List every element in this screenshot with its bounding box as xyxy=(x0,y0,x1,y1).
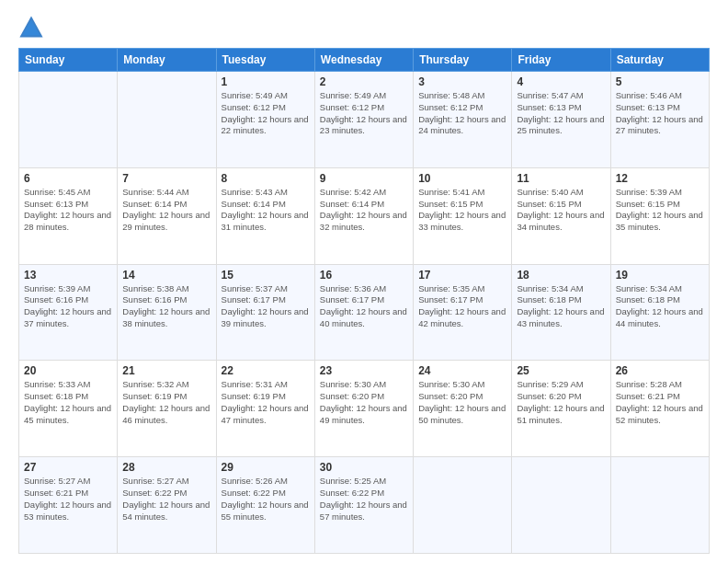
calendar-cell xyxy=(610,457,709,554)
day-info: Sunrise: 5:42 AM Sunset: 6:14 PM Dayligh… xyxy=(320,187,408,234)
day-number: 24 xyxy=(418,364,506,377)
day-number: 30 xyxy=(320,461,408,474)
day-info: Sunrise: 5:49 AM Sunset: 6:12 PM Dayligh… xyxy=(222,90,310,137)
day-number: 8 xyxy=(222,172,310,185)
day-info: Sunrise: 5:48 AM Sunset: 6:12 PM Dayligh… xyxy=(418,90,506,137)
day-number: 3 xyxy=(418,75,506,88)
day-info: Sunrise: 5:28 AM Sunset: 6:21 PM Dayligh… xyxy=(616,379,704,426)
day-number: 28 xyxy=(122,461,210,474)
calendar-cell: 18Sunrise: 5:34 AM Sunset: 6:18 PM Dayli… xyxy=(512,264,610,361)
day-number: 17 xyxy=(418,269,506,282)
calendar-cell: 19Sunrise: 5:34 AM Sunset: 6:18 PM Dayli… xyxy=(610,264,709,361)
calendar-cell: 25Sunrise: 5:29 AM Sunset: 6:20 PM Dayli… xyxy=(512,361,610,457)
day-info: Sunrise: 5:39 AM Sunset: 6:15 PM Dayligh… xyxy=(616,187,704,234)
calendar-cell: 2Sunrise: 5:49 AM Sunset: 6:12 PM Daylig… xyxy=(314,72,413,168)
calendar-cell xyxy=(118,72,216,168)
day-number: 10 xyxy=(418,172,506,185)
calendar-cell: 30Sunrise: 5:25 AM Sunset: 6:22 PM Dayli… xyxy=(314,457,413,554)
day-of-week-header: Saturday xyxy=(610,49,709,72)
calendar-cell: 14Sunrise: 5:38 AM Sunset: 6:16 PM Dayli… xyxy=(118,264,216,361)
calendar-cell xyxy=(414,457,512,554)
day-number: 7 xyxy=(122,172,210,185)
day-of-week-header: Thursday xyxy=(414,49,512,72)
calendar-cell: 20Sunrise: 5:33 AM Sunset: 6:18 PM Dayli… xyxy=(19,361,118,457)
calendar-cell: 23Sunrise: 5:30 AM Sunset: 6:20 PM Dayli… xyxy=(314,361,413,457)
page-header xyxy=(18,15,710,40)
day-info: Sunrise: 5:26 AM Sunset: 6:22 PM Dayligh… xyxy=(222,476,310,523)
day-info: Sunrise: 5:30 AM Sunset: 6:20 PM Dayligh… xyxy=(418,379,506,426)
day-number: 6 xyxy=(24,172,112,185)
calendar-cell: 4Sunrise: 5:47 AM Sunset: 6:13 PM Daylig… xyxy=(512,72,610,168)
day-info: Sunrise: 5:27 AM Sunset: 6:21 PM Dayligh… xyxy=(24,476,112,523)
day-number: 1 xyxy=(222,75,310,88)
day-of-week-header: Monday xyxy=(118,49,216,72)
calendar-cell: 29Sunrise: 5:26 AM Sunset: 6:22 PM Dayli… xyxy=(216,457,314,554)
day-number: 11 xyxy=(517,172,605,185)
day-info: Sunrise: 5:25 AM Sunset: 6:22 PM Dayligh… xyxy=(320,476,408,523)
day-info: Sunrise: 5:47 AM Sunset: 6:13 PM Dayligh… xyxy=(517,90,605,137)
day-info: Sunrise: 5:39 AM Sunset: 6:16 PM Dayligh… xyxy=(24,283,112,330)
day-info: Sunrise: 5:43 AM Sunset: 6:14 PM Dayligh… xyxy=(222,187,310,234)
day-info: Sunrise: 5:36 AM Sunset: 6:17 PM Dayligh… xyxy=(320,283,408,330)
calendar-cell xyxy=(19,72,118,168)
day-info: Sunrise: 5:29 AM Sunset: 6:20 PM Dayligh… xyxy=(517,379,605,426)
day-info: Sunrise: 5:49 AM Sunset: 6:12 PM Dayligh… xyxy=(320,90,408,137)
day-info: Sunrise: 5:40 AM Sunset: 6:15 PM Dayligh… xyxy=(517,187,605,234)
day-info: Sunrise: 5:46 AM Sunset: 6:13 PM Dayligh… xyxy=(616,90,704,137)
calendar-cell: 8Sunrise: 5:43 AM Sunset: 6:14 PM Daylig… xyxy=(216,167,314,264)
calendar-cell: 7Sunrise: 5:44 AM Sunset: 6:14 PM Daylig… xyxy=(118,167,216,264)
calendar-cell: 10Sunrise: 5:41 AM Sunset: 6:15 PM Dayli… xyxy=(414,167,512,264)
day-info: Sunrise: 5:33 AM Sunset: 6:18 PM Dayligh… xyxy=(24,379,112,426)
day-number: 12 xyxy=(616,172,704,185)
calendar-cell: 27Sunrise: 5:27 AM Sunset: 6:21 PM Dayli… xyxy=(19,457,118,554)
day-info: Sunrise: 5:32 AM Sunset: 6:19 PM Dayligh… xyxy=(122,379,210,426)
day-info: Sunrise: 5:38 AM Sunset: 6:16 PM Dayligh… xyxy=(122,283,210,330)
day-of-week-header: Wednesday xyxy=(314,49,413,72)
day-info: Sunrise: 5:35 AM Sunset: 6:17 PM Dayligh… xyxy=(418,283,506,330)
day-of-week-header: Sunday xyxy=(19,49,118,72)
calendar-cell: 16Sunrise: 5:36 AM Sunset: 6:17 PM Dayli… xyxy=(314,264,413,361)
calendar-cell: 13Sunrise: 5:39 AM Sunset: 6:16 PM Dayli… xyxy=(19,264,118,361)
calendar-cell: 1Sunrise: 5:49 AM Sunset: 6:12 PM Daylig… xyxy=(216,72,314,168)
day-number: 23 xyxy=(320,364,408,377)
day-info: Sunrise: 5:31 AM Sunset: 6:19 PM Dayligh… xyxy=(222,379,310,426)
day-info: Sunrise: 5:27 AM Sunset: 6:22 PM Dayligh… xyxy=(122,476,210,523)
calendar-cell: 17Sunrise: 5:35 AM Sunset: 6:17 PM Dayli… xyxy=(414,264,512,361)
day-number: 22 xyxy=(222,364,310,377)
day-number: 5 xyxy=(616,75,704,88)
day-info: Sunrise: 5:34 AM Sunset: 6:18 PM Dayligh… xyxy=(616,283,704,330)
day-number: 29 xyxy=(222,461,310,474)
day-of-week-header: Tuesday xyxy=(216,49,314,72)
day-number: 14 xyxy=(122,269,210,282)
day-info: Sunrise: 5:44 AM Sunset: 6:14 PM Dayligh… xyxy=(122,187,210,234)
calendar-cell: 21Sunrise: 5:32 AM Sunset: 6:19 PM Dayli… xyxy=(118,361,216,457)
day-number: 25 xyxy=(517,364,605,377)
day-info: Sunrise: 5:30 AM Sunset: 6:20 PM Dayligh… xyxy=(320,379,408,426)
calendar-cell: 22Sunrise: 5:31 AM Sunset: 6:19 PM Dayli… xyxy=(216,361,314,457)
day-number: 16 xyxy=(320,269,408,282)
day-number: 27 xyxy=(24,461,112,474)
calendar-cell: 28Sunrise: 5:27 AM Sunset: 6:22 PM Dayli… xyxy=(118,457,216,554)
day-number: 13 xyxy=(24,269,112,282)
day-number: 2 xyxy=(320,75,408,88)
day-number: 20 xyxy=(24,364,112,377)
calendar-cell: 11Sunrise: 5:40 AM Sunset: 6:15 PM Dayli… xyxy=(512,167,610,264)
day-info: Sunrise: 5:37 AM Sunset: 6:17 PM Dayligh… xyxy=(222,283,310,330)
calendar-cell: 9Sunrise: 5:42 AM Sunset: 6:14 PM Daylig… xyxy=(314,167,413,264)
day-number: 18 xyxy=(517,269,605,282)
calendar-table: SundayMondayTuesdayWednesdayThursdayFrid… xyxy=(18,48,710,554)
calendar-cell: 3Sunrise: 5:48 AM Sunset: 6:12 PM Daylig… xyxy=(414,72,512,168)
calendar-cell xyxy=(512,457,610,554)
day-of-week-header: Friday xyxy=(512,49,610,72)
day-number: 21 xyxy=(122,364,210,377)
calendar-cell: 15Sunrise: 5:37 AM Sunset: 6:17 PM Dayli… xyxy=(216,264,314,361)
day-number: 26 xyxy=(616,364,704,377)
day-number: 15 xyxy=(222,269,310,282)
calendar-cell: 5Sunrise: 5:46 AM Sunset: 6:13 PM Daylig… xyxy=(610,72,709,168)
day-number: 9 xyxy=(320,172,408,185)
calendar-cell: 26Sunrise: 5:28 AM Sunset: 6:21 PM Dayli… xyxy=(610,361,709,457)
calendar-cell: 24Sunrise: 5:30 AM Sunset: 6:20 PM Dayli… xyxy=(414,361,512,457)
day-number: 4 xyxy=(517,75,605,88)
calendar-cell: 6Sunrise: 5:45 AM Sunset: 6:13 PM Daylig… xyxy=(19,167,118,264)
day-info: Sunrise: 5:41 AM Sunset: 6:15 PM Dayligh… xyxy=(418,187,506,234)
